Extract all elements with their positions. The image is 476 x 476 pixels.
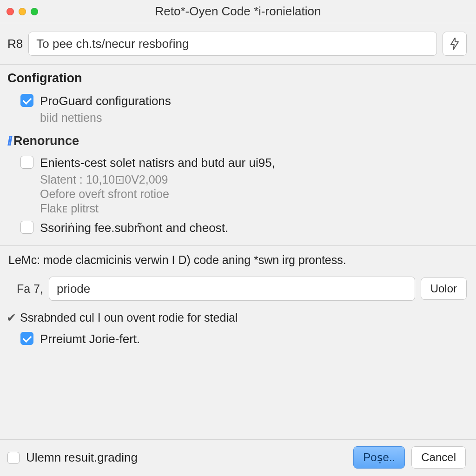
proguard-label: ProGuard configurations bbox=[40, 93, 171, 109]
zoom-window-icon[interactable] bbox=[31, 8, 38, 15]
renorunce-sub-flake: Flakᴇ plitrst bbox=[7, 202, 467, 215]
proguard-subtext: biid nettiens bbox=[7, 111, 467, 125]
lemc-paragraph: LeMc: mode clacmicinis verwin I D) code … bbox=[0, 246, 476, 272]
titlebar: Reto*-Oyen Code *i-ronielation bbox=[0, 0, 476, 23]
primary-button[interactable]: Poṣe.. bbox=[353, 446, 405, 469]
renorunce-opt1-checkbox[interactable] bbox=[20, 156, 33, 169]
renorunce-heading: Renorunce bbox=[13, 134, 79, 148]
renorunce-section: // Renorunce Enients-cest solet natisrs … bbox=[0, 128, 476, 241]
window-controls bbox=[7, 8, 38, 15]
fa-row: Fa 7, Uolor bbox=[0, 272, 476, 308]
uolor-button[interactable]: Uolor bbox=[421, 278, 467, 300]
renorunce-opt1-row[interactable]: Enients-cest solet natisrs and butd aur … bbox=[7, 152, 467, 174]
configuration-section: Configration ProGuard configurations bii… bbox=[0, 65, 476, 128]
toolbar-label: R8 bbox=[7, 37, 23, 51]
renorunce-opt2-label: Ssoriṅing fee.subm̃ont and cheost. bbox=[40, 220, 228, 236]
fa-input[interactable] bbox=[49, 277, 415, 301]
renorunce-opt2-row[interactable]: Ssoriṅing fee.subm̃ont and cheost. bbox=[7, 217, 467, 239]
ssrabnded-label: Ssrabnded cul I oun ovent rodie for sted… bbox=[20, 311, 238, 324]
close-window-icon[interactable] bbox=[7, 8, 14, 15]
configuration-heading: Configration bbox=[7, 71, 467, 86]
footer-label: Ulemn resuit.grading bbox=[26, 450, 138, 465]
proguard-row[interactable]: ProGuard configurations bbox=[7, 90, 467, 112]
window-title: Reto*-Oyen Code *i-ronielation bbox=[7, 4, 469, 19]
renorunce-opt1-label: Enients-cest solet natisrs and butd aur … bbox=[40, 155, 275, 171]
minimize-window-icon[interactable] bbox=[19, 8, 26, 15]
cancel-button[interactable]: Cancel bbox=[411, 446, 466, 469]
ssrabnded-row: ✔ Ssrabnded cul I oun ovent rodie for st… bbox=[0, 308, 476, 328]
preiumt-label: Prreiumt Jorie-fert. bbox=[40, 331, 140, 347]
footer: Ulemn resuit.grading Poṣe.. Cancel bbox=[0, 439, 476, 476]
preiumt-row[interactable]: Prreiumt Jorie-fert. bbox=[0, 328, 476, 350]
lightning-icon bbox=[450, 38, 459, 50]
lightning-button[interactable] bbox=[443, 32, 467, 56]
renorunce-heading-row: // Renorunce bbox=[7, 134, 467, 148]
toolbar: R8 bbox=[0, 23, 476, 64]
main-input[interactable] bbox=[28, 32, 437, 56]
renorunce-sub-slatent: Slatent : 10,10⊡0V2,009 bbox=[7, 173, 467, 186]
footer-checkbox[interactable] bbox=[7, 452, 20, 464]
preiumt-checkbox[interactable] bbox=[20, 332, 33, 345]
fa-label: Fa 7, bbox=[17, 282, 43, 296]
renorunce-sub-oefore: Oefore oveŕt sfront rotioe bbox=[7, 187, 467, 201]
renorunce-opt2-checkbox[interactable] bbox=[20, 221, 33, 234]
proguard-checkbox[interactable] bbox=[20, 94, 33, 107]
hash-icon: // bbox=[7, 134, 11, 148]
check-icon: ✔ bbox=[7, 311, 16, 324]
